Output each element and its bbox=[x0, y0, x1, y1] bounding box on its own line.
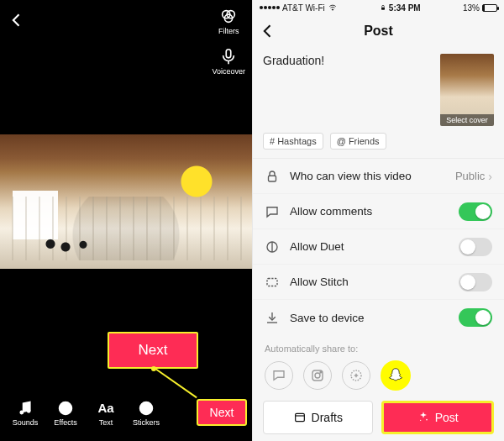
text-tab[interactable]: Aa Text bbox=[86, 400, 126, 427]
lock-icon bbox=[265, 169, 280, 184]
next-button[interactable]: Next bbox=[197, 399, 247, 426]
next-callout-label: Next bbox=[139, 342, 168, 359]
signal-icon bbox=[260, 6, 280, 9]
duet-icon bbox=[265, 239, 280, 255]
save-toggle[interactable] bbox=[459, 308, 492, 327]
editor-pane: Filters Voiceover Next Sounds bbox=[0, 0, 252, 441]
back-button[interactable] bbox=[8, 12, 25, 29]
duet-label: Allow Duet bbox=[290, 240, 459, 253]
post-pane: AT&T Wi-Fi 5:34 PM 13% Post Graduation! … bbox=[252, 0, 504, 441]
effects-tab[interactable]: Effects bbox=[45, 400, 86, 427]
carrier-label: AT&T Wi-Fi bbox=[282, 3, 325, 13]
sparkle-icon bbox=[417, 411, 430, 424]
voiceover-label: Voiceover bbox=[212, 67, 245, 76]
time-label: 5:34 PM bbox=[389, 3, 421, 13]
share-instagram-button[interactable] bbox=[303, 361, 332, 390]
snapchat-icon bbox=[386, 366, 405, 385]
svg-rect-3 bbox=[226, 50, 231, 58]
privacy-value: Public bbox=[455, 170, 485, 182]
comments-toggle[interactable] bbox=[459, 202, 492, 221]
editor-bottom-bar: Sounds Effects Aa Text Stickers Next bbox=[0, 391, 252, 441]
svg-rect-13 bbox=[269, 176, 276, 181]
svg-point-10 bbox=[148, 407, 150, 408]
svg-point-18 bbox=[320, 372, 322, 374]
stitch-row: Allow Stitch bbox=[253, 265, 504, 300]
share-snapchat-button[interactable] bbox=[381, 360, 411, 391]
comment-icon bbox=[265, 204, 280, 219]
duet-row: Allow Duet bbox=[253, 229, 504, 265]
friends-chip[interactable]: @ Friends bbox=[330, 133, 386, 150]
caption-input[interactable]: Graduation! bbox=[263, 54, 433, 126]
battery-icon bbox=[482, 4, 497, 12]
save-label: Save to device bbox=[290, 312, 459, 324]
drafts-icon bbox=[293, 411, 307, 424]
text-symbol: Aa bbox=[97, 400, 114, 417]
privacy-label: Who can view this video bbox=[290, 170, 455, 182]
battery-pct: 13% bbox=[463, 3, 480, 13]
settings-list: Who can view this video Public › Allow c… bbox=[253, 158, 504, 335]
svg-point-17 bbox=[315, 373, 320, 378]
status-bar: AT&T Wi-Fi 5:34 PM 13% bbox=[253, 0, 504, 15]
post-back-button[interactable] bbox=[260, 23, 276, 39]
comments-label: Allow comments bbox=[290, 205, 459, 218]
next-label: Next bbox=[210, 406, 234, 419]
drafts-label: Drafts bbox=[312, 411, 343, 424]
svg-point-9 bbox=[144, 407, 145, 408]
video-preview[interactable] bbox=[0, 134, 252, 269]
editor-tools: Filters Voiceover bbox=[212, 7, 245, 87]
post-button[interactable]: Post bbox=[381, 401, 495, 434]
svg-point-8 bbox=[140, 402, 153, 415]
text-label: Text bbox=[99, 418, 113, 427]
page-title: Post bbox=[253, 24, 504, 39]
wifi-icon bbox=[328, 3, 338, 12]
lock-icon bbox=[380, 3, 386, 12]
duet-toggle[interactable] bbox=[459, 238, 492, 256]
message-icon bbox=[271, 368, 286, 383]
voiceover-button[interactable]: Voiceover bbox=[212, 47, 245, 76]
filters-label: Filters bbox=[218, 27, 239, 35]
instagram-icon bbox=[310, 368, 325, 383]
cover-selector[interactable]: Select cover bbox=[440, 54, 494, 126]
share-message-button[interactable] bbox=[265, 361, 293, 390]
comments-row: Allow comments bbox=[253, 194, 504, 229]
chevron-right-icon: › bbox=[488, 170, 492, 183]
post-header: Post bbox=[253, 15, 504, 47]
svg-point-5 bbox=[20, 411, 23, 413]
privacy-row[interactable]: Who can view this video Public › bbox=[253, 159, 504, 194]
stitch-label: Allow Stitch bbox=[290, 276, 459, 288]
plus-icon bbox=[349, 368, 364, 383]
stickers-label: Stickers bbox=[133, 418, 160, 427]
svg-rect-15 bbox=[267, 278, 277, 286]
sounds-label: Sounds bbox=[13, 418, 39, 427]
download-icon bbox=[265, 310, 280, 325]
effects-label: Effects bbox=[54, 418, 76, 427]
share-more-button[interactable] bbox=[342, 361, 370, 390]
post-footer: Drafts Post bbox=[253, 401, 504, 434]
stitch-toggle[interactable] bbox=[459, 273, 492, 291]
save-row: Save to device bbox=[253, 300, 504, 335]
drafts-button[interactable]: Drafts bbox=[263, 401, 373, 434]
share-label: Automatically share to: bbox=[265, 344, 492, 354]
share-section: Automatically share to: bbox=[253, 335, 504, 391]
svg-point-24 bbox=[426, 419, 428, 421]
svg-rect-22 bbox=[295, 413, 304, 421]
hashtags-chip[interactable]: # Hashtags bbox=[263, 133, 323, 150]
svg-point-6 bbox=[28, 410, 30, 412]
stitch-icon bbox=[265, 275, 280, 290]
svg-rect-12 bbox=[381, 7, 385, 9]
sounds-tab[interactable]: Sounds bbox=[5, 400, 45, 427]
next-callout-button[interactable]: Next bbox=[108, 332, 198, 369]
cover-label: Select cover bbox=[440, 114, 494, 126]
svg-point-11 bbox=[332, 9, 333, 10]
svg-point-25 bbox=[420, 420, 421, 421]
stickers-tab[interactable]: Stickers bbox=[126, 400, 166, 427]
post-label: Post bbox=[435, 411, 459, 424]
filters-button[interactable]: Filters bbox=[212, 7, 245, 35]
